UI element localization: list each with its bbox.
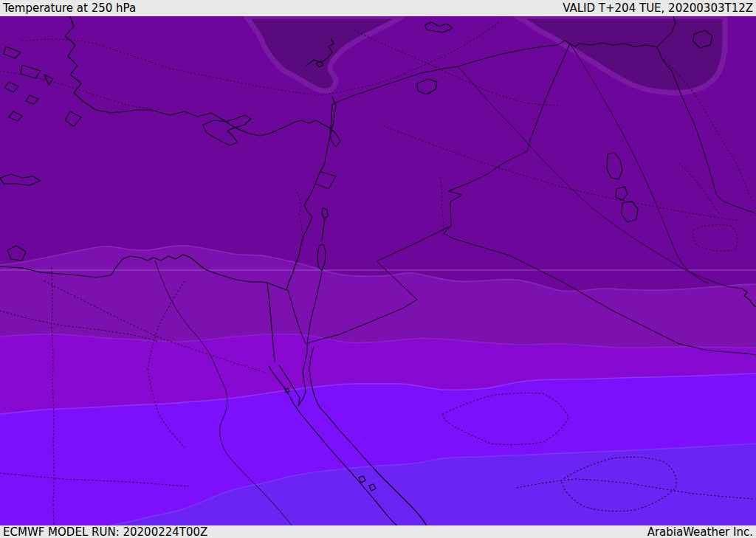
footer-bar: ECMWF MODEL RUN: 20200224T00Z ArabiaWeat… bbox=[0, 525, 756, 538]
valid-time-label: VALID T+204 TUE, 20200303T12Z bbox=[563, 1, 753, 15]
weather-map-canvas bbox=[0, 16, 756, 525]
credit-label: ArabiaWeather Inc. bbox=[647, 525, 753, 538]
weather-app-window: Temperature at 250 hPa VALID T+204 TUE, … bbox=[0, 0, 756, 538]
page-title: Temperature at 250 hPa bbox=[3, 1, 136, 15]
weather-map bbox=[0, 16, 756, 525]
model-run-label: ECMWF MODEL RUN: 20200224T00Z bbox=[3, 525, 207, 538]
header-bar: Temperature at 250 hPa VALID T+204 TUE, … bbox=[0, 0, 756, 16]
